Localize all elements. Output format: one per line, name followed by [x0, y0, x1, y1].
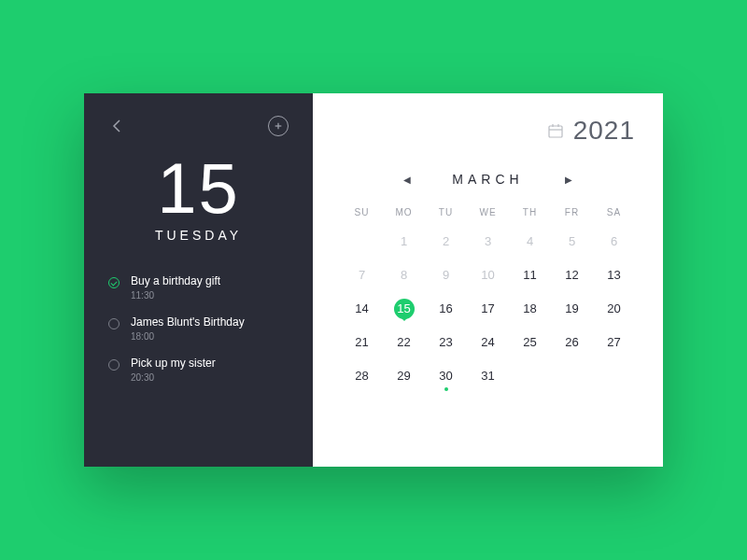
month-label: MARCH	[452, 172, 523, 187]
calendar-grid: SUMOTUWETHFRSA12345678910111213141516171…	[341, 207, 635, 385]
calendar-day[interactable]: 25	[509, 333, 551, 352]
calendar-card: 15 TUESDAY Buy a birthday gift11:30James…	[84, 93, 663, 467]
back-button[interactable]	[108, 118, 125, 134]
task-time: 11:30	[131, 290, 220, 301]
task-time: 18:00	[131, 331, 245, 342]
task-list: Buy a birthday gift11:30James Blunt's Bi…	[108, 274, 289, 383]
task-title: Pick up my sister	[131, 357, 216, 370]
weekday-label: TUESDAY	[108, 228, 289, 243]
calendar-day[interactable]: 22	[383, 333, 425, 352]
weekday-header: SA	[593, 207, 635, 217]
calendar-day[interactable]: 11	[509, 266, 551, 285]
calendar-day[interactable]: 9	[425, 266, 467, 285]
prev-month-button[interactable]: ◀	[403, 175, 411, 185]
weekday-header: TU	[425, 207, 467, 217]
next-month-button[interactable]: ▶	[565, 175, 572, 185]
calendar-day[interactable]: 5	[551, 232, 593, 251]
task-title: Buy a birthday gift	[131, 274, 220, 287]
task-item[interactable]: Pick up my sister20:30	[108, 357, 289, 383]
calendar-icon	[547, 122, 564, 139]
weekday-header: WE	[467, 207, 509, 217]
month-panel: 2021 ◀ MARCH ▶ SUMOTUWETHFRSA12345678910…	[313, 93, 663, 467]
calendar-day[interactable]: 6	[593, 232, 635, 251]
calendar-day[interactable]: 24	[467, 333, 509, 352]
calendar-day[interactable]: 1	[383, 232, 425, 251]
circle-icon[interactable]	[108, 359, 120, 371]
task-time: 20:30	[131, 372, 216, 383]
svg-rect-2	[549, 126, 562, 137]
calendar-day[interactable]: 8	[383, 266, 425, 285]
calendar-day[interactable]: 19	[551, 300, 593, 318]
calendar-day[interactable]: 29	[383, 367, 425, 385]
weekday-header: TH	[509, 207, 551, 217]
task-item[interactable]: Buy a birthday gift11:30	[108, 274, 289, 301]
weekday-header: SU	[341, 207, 383, 217]
calendar-day[interactable]: 17	[467, 300, 509, 318]
calendar-day[interactable]: 30	[425, 367, 467, 385]
calendar-day[interactable]: 7	[341, 266, 383, 285]
calendar-day[interactable]: 23	[425, 333, 467, 352]
calendar-day[interactable]: 27	[593, 333, 635, 352]
calendar-day[interactable]: 21	[341, 333, 383, 352]
calendar-day[interactable]: 3	[467, 232, 509, 251]
add-event-button[interactable]	[268, 116, 289, 136]
task-item[interactable]: James Blunt's Birthday18:00	[108, 315, 289, 342]
calendar-day[interactable]: 18	[509, 300, 551, 318]
day-number: 15	[108, 153, 289, 224]
weekday-header: FR	[551, 207, 593, 217]
day-panel: 15 TUESDAY Buy a birthday gift11:30James…	[84, 93, 313, 467]
calendar-day[interactable]: 15	[383, 300, 425, 318]
calendar-day[interactable]: 10	[467, 266, 509, 285]
circle-icon[interactable]	[108, 318, 120, 329]
calendar-day[interactable]: 2	[425, 232, 467, 251]
year-label[interactable]: 2021	[573, 116, 635, 146]
calendar-day[interactable]: 13	[593, 266, 635, 285]
calendar-day[interactable]: 12	[551, 266, 593, 285]
calendar-day[interactable]: 31	[467, 367, 509, 385]
calendar-day[interactable]: 26	[551, 333, 593, 352]
calendar-day[interactable]: 28	[341, 367, 383, 385]
weekday-header: MO	[383, 207, 425, 217]
calendar-day[interactable]: 20	[593, 300, 635, 318]
task-title: James Blunt's Birthday	[131, 315, 245, 329]
selected-date: 15 TUESDAY	[108, 153, 289, 243]
calendar-day[interactable]: 14	[341, 300, 383, 318]
calendar-day[interactable]: 4	[509, 232, 551, 251]
check-circle-icon[interactable]	[108, 277, 120, 288]
calendar-day[interactable]: 16	[425, 300, 467, 318]
